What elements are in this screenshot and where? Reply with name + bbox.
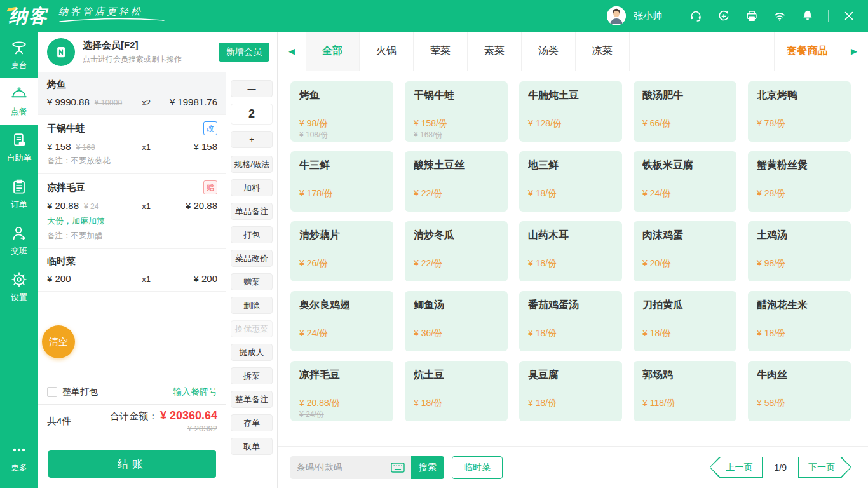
action-order-note-button[interactable]: 整单备注 — [231, 391, 273, 408]
menu-item-card[interactable]: 地三鲜¥ 18/份 — [519, 151, 622, 212]
dish-name: 清炒藕片 — [299, 229, 384, 242]
order-item-badge-modify[interactable]: 改 — [203, 121, 217, 135]
menu-item-card[interactable]: 酸汤肥牛¥ 66/份 — [634, 81, 736, 142]
action-spec-method-button[interactable]: 规格/做法 — [231, 156, 273, 173]
order-item[interactable]: 临时菜¥ 200x1¥ 200 — [38, 249, 226, 292]
dish-price: ¥ 178/份 — [299, 188, 333, 200]
menu-item-card[interactable]: 蟹黄粉丝煲¥ 28/份 — [748, 151, 851, 212]
menu-item-card[interactable]: 干锅牛蛙¥ 158/份¥ 168/份 — [405, 81, 508, 142]
menu-item-card[interactable]: 山药木耳¥ 18/份 — [519, 221, 622, 281]
action-save-order-button[interactable]: 存单 — [231, 414, 273, 431]
sidebar-item-table[interactable]: 桌台 — [0, 32, 38, 78]
keyboard-icon[interactable] — [391, 462, 406, 473]
action-item-note-button[interactable]: 单品备注 — [231, 203, 273, 220]
menu-item-card[interactable]: 牛肉丝¥ 58/份 — [748, 361, 851, 421]
tab-category[interactable]: 汤类 — [522, 32, 576, 71]
category-bar: ◀ 全部火锅荤菜素菜汤类凉菜 套餐商品 ▶ — [278, 32, 868, 71]
member-select-header[interactable]: 选择会员[F2] 点击进行会员搜索或刷卡操作 新增会员 — [38, 32, 277, 72]
temp-dish-button[interactable]: 临时菜 — [452, 456, 503, 479]
orders-icon — [10, 178, 28, 196]
add-member-button[interactable]: 新增会员 — [219, 43, 269, 62]
menu-item-card[interactable]: 郭场鸡¥ 118/份 — [634, 361, 736, 421]
menu-item-card[interactable]: 醋泡花生米¥ 18/份 — [748, 291, 851, 351]
menu-item-card[interactable]: 炕土豆¥ 18/份 — [405, 361, 508, 421]
pack-whole-order-checkbox[interactable] — [47, 387, 57, 397]
action-split-dish-button[interactable]: 拆菜 — [231, 367, 273, 384]
menu-item-card[interactable]: 番茄鸡蛋汤¥ 18/份 — [519, 291, 622, 351]
sidebar-item-more[interactable]: 更多 — [0, 434, 38, 480]
dish-name: 醋泡花生米 — [757, 299, 842, 312]
tab-combo-products[interactable]: 套餐商品 — [774, 32, 840, 71]
menu-item-card[interactable]: 土鸡汤¥ 98/份 — [748, 221, 851, 281]
qty-minus-button[interactable]: — — [231, 80, 273, 97]
prev-page-button[interactable]: 上一页 — [710, 457, 763, 478]
tab-category[interactable]: 全部 — [306, 32, 360, 71]
order-item-badge-gift[interactable]: 赠 — [203, 180, 217, 194]
menu-item-card[interactable]: 刀拍黄瓜¥ 18/份 — [634, 291, 736, 351]
scan-input-wrap — [290, 456, 411, 479]
menu-item-card[interactable]: 铁板米豆腐¥ 24/份 — [634, 151, 736, 212]
sidebar-item-orders[interactable]: 订单 — [0, 171, 38, 217]
sidebar-item-shift[interactable]: 交班 — [0, 217, 38, 264]
action-add-ingredient-button[interactable]: 加料 — [231, 179, 273, 196]
dish-price: ¥ 98/份 — [299, 118, 328, 130]
action-retrieve-order-button[interactable]: 取单 — [231, 438, 273, 455]
dish-price: ¥ 26/份 — [299, 258, 328, 269]
sidebar-item-settings[interactable]: 设置 — [0, 264, 38, 310]
wifi-icon[interactable] — [772, 8, 787, 24]
menu-item-card[interactable]: 牛腩炖土豆¥ 128/份 — [519, 81, 622, 142]
printer-icon[interactable] — [744, 8, 759, 24]
dish-price: ¥ 78/份 — [757, 118, 785, 130]
menu-item-card[interactable]: 清炒藕片¥ 26/份 — [290, 221, 393, 281]
menu-item-card[interactable]: 牛三鲜¥ 178/份 — [290, 151, 393, 212]
menu-item-card[interactable]: 肉沫鸡蛋¥ 20/份 — [634, 221, 736, 281]
action-pack-button[interactable]: 打包 — [231, 226, 273, 243]
cloud-sync-icon[interactable] — [716, 8, 731, 24]
sidebar-item-self-order[interactable]: 自助单 — [0, 125, 38, 171]
clear-order-button[interactable]: 清空 — [42, 325, 75, 358]
enter-table-number-link[interactable]: 输入餐牌号 — [173, 386, 217, 398]
tab-category[interactable]: 荤菜 — [414, 32, 468, 71]
menu-item-card[interactable]: 奥尔良鸡翅¥ 24/份 — [290, 291, 393, 351]
menu-item-card[interactable]: 臭豆腐¥ 18/份 — [519, 361, 622, 421]
dish-price: ¥ 18/份 — [528, 258, 557, 269]
tab-category[interactable]: 素菜 — [468, 32, 522, 71]
order-item[interactable]: 烤鱼¥ 9990.88¥ 10000x2¥ 19981.76 — [38, 72, 226, 115]
prev-page-label: 上一页 — [710, 457, 763, 478]
headset-icon[interactable] — [688, 8, 703, 24]
action-gift-dish-button[interactable]: 赠菜 — [231, 273, 273, 290]
member-texts: 选择会员[F2] 点击进行会员搜索或刷卡操作 — [83, 39, 182, 65]
sidebar-item-label: 点餐 — [11, 106, 27, 118]
category-scroll-left-icon[interactable]: ◀ — [278, 32, 306, 71]
bell-icon[interactable] — [800, 8, 815, 24]
action-commission-button[interactable]: 提成人 — [231, 344, 273, 361]
sidebar-item-order[interactable]: 点餐 — [0, 78, 38, 125]
tab-category[interactable]: 火锅 — [360, 32, 414, 71]
checkout-button[interactable]: 结账 — [48, 450, 216, 478]
menu-item-card[interactable]: 北京烤鸭¥ 78/份 — [748, 81, 851, 142]
menu-item-card[interactable]: 凉拌毛豆¥ 20.88/份¥ 24/份 — [290, 361, 393, 421]
order-list[interactable]: 烤鱼¥ 9990.88¥ 10000x2¥ 19981.76干锅牛蛙改¥ 158… — [38, 72, 226, 379]
item-actions-column: — 2 + 规格/做法加料单品备注打包菜品改价赠菜删除换优惠菜提成人拆菜整单备注… — [226, 72, 277, 488]
next-page-button[interactable]: 下一页 — [798, 457, 851, 478]
order-item[interactable]: 凉拌毛豆赠¥ 20.88¥ 24x1¥ 20.88大份，加麻加辣备注：不要加醋 — [38, 174, 226, 249]
bottom-bar: 搜索 临时菜 上一页 1/9 下一页 — [278, 446, 868, 488]
barcode-input[interactable] — [297, 463, 391, 472]
order-item-qty: x2 — [132, 98, 160, 107]
qty-plus-button[interactable]: + — [231, 131, 273, 148]
close-icon[interactable] — [841, 8, 857, 24]
action-change-price-button[interactable]: 菜品改价 — [231, 250, 273, 267]
search-button[interactable]: 搜索 — [411, 456, 444, 479]
tab-category[interactable]: 凉菜 — [576, 32, 630, 71]
menu-item-card[interactable]: 鲫鱼汤¥ 36/份 — [405, 291, 508, 351]
menu-item-card[interactable]: 清炒冬瓜¥ 22/份 — [405, 221, 508, 281]
order-item[interactable]: 干锅牛蛙改¥ 158¥ 168x1¥ 158备注：不要放葱花 — [38, 115, 226, 174]
category-scroll-right-icon[interactable]: ▶ — [840, 32, 868, 71]
menu-item-card[interactable]: 酸辣土豆丝¥ 22/份 — [405, 151, 508, 212]
brand-tagline-wrap: 纳客管店更轻松 — [58, 6, 165, 23]
username[interactable]: 张小帅 — [634, 10, 662, 22]
menu-item-card[interactable]: 烤鱼¥ 98/份¥ 108/份 — [290, 81, 393, 142]
order-item-price: ¥ 200 — [47, 273, 71, 284]
avatar[interactable] — [607, 6, 626, 25]
action-delete-button[interactable]: 删除 — [231, 297, 273, 314]
